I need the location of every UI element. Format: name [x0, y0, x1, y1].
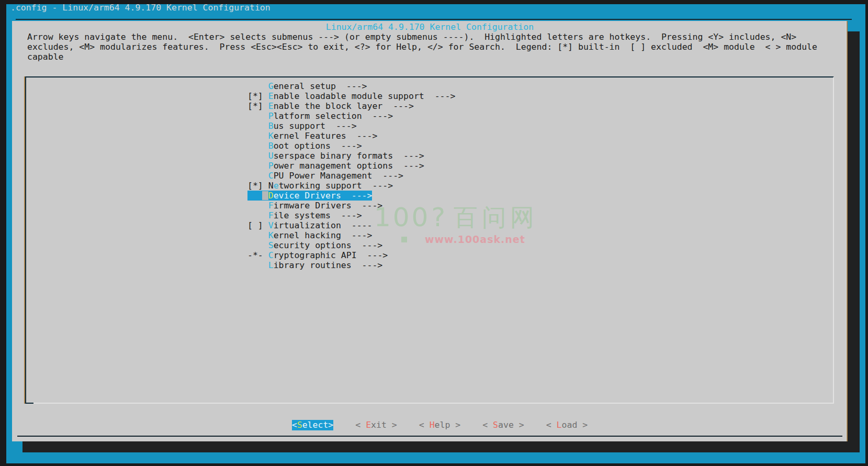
- menu-item[interactable]: File systems --->: [247, 210, 362, 220]
- menu-item-state: [*]: [247, 101, 268, 111]
- menu-item[interactable]: [ ] Virtualization ----: [247, 220, 372, 230]
- backtitle-rule: [16, 19, 852, 20]
- hotkey-letter: K: [268, 230, 274, 240]
- submenu-arrow: --->: [362, 181, 393, 191]
- submenu-arrow: --->: [357, 250, 388, 260]
- menu-item[interactable]: Bus support --->: [247, 121, 357, 131]
- instructions-line: excludes, <M> modularizes features. Pres…: [27, 42, 817, 52]
- menu-item-state: [247, 111, 268, 121]
- menu-item[interactable]: [*] Networking support --->: [247, 181, 393, 191]
- hotkey-letter: P: [268, 111, 274, 121]
- menu-item[interactable]: Platform selection --->: [247, 111, 393, 121]
- menu-item[interactable]: [*] Enable loadable module support --->: [247, 91, 455, 101]
- hotkey-letter: F: [268, 201, 274, 210]
- exit-button[interactable]: < Exit >: [355, 420, 397, 430]
- dialog-title: Linux/arm64 4.9.170 Kernel Configuration: [12, 22, 848, 32]
- hotkey-letter: B: [268, 141, 274, 151]
- menu-item[interactable]: Boot options --->: [247, 141, 362, 151]
- menu-item[interactable]: Power management options --->: [247, 161, 424, 171]
- menu-item-state: [247, 131, 268, 141]
- instructions-line: Arrow keys navigate the menu. <Enter> se…: [27, 32, 817, 42]
- hotkey-letter: L: [557, 420, 562, 430]
- menu-item[interactable]: General setup --->: [247, 81, 367, 91]
- menu-item-state: [247, 141, 268, 151]
- select-button[interactable]: <Select>: [292, 420, 333, 430]
- submenu-arrow: --->: [393, 161, 424, 171]
- submenu-arrow: --->: [346, 131, 378, 141]
- load-button[interactable]: < Load >: [546, 420, 588, 430]
- hotkey-letter: P: [268, 161, 274, 171]
- submenu-arrow: --->: [424, 91, 456, 101]
- menu-item-state: [247, 121, 268, 131]
- menu-item[interactable]: Kernel hacking --->: [247, 230, 372, 240]
- hotkey-letter: B: [268, 121, 274, 131]
- menu-item-state: [247, 161, 268, 171]
- hotkey-letter: e: [274, 181, 279, 191]
- menu-items: General setup --->[*] Enable loadable mo…: [247, 81, 455, 270]
- menu-item[interactable]: Library routines --->: [247, 260, 382, 270]
- menu-item-state: [247, 240, 268, 250]
- hotkey-letter: U: [268, 151, 274, 161]
- submenu-arrow: --->: [341, 230, 373, 240]
- hotkey-letter: V: [268, 220, 274, 230]
- dialog-bottom-rule: [17, 436, 842, 437]
- instructions-line: capable: [27, 52, 817, 62]
- menu-item-state: [247, 81, 268, 91]
- menu-item-state: [247, 210, 268, 220]
- menu-item-state: [247, 171, 268, 181]
- menu-item[interactable]: CPU Power Management --->: [247, 171, 403, 181]
- submenu-arrow: --->: [341, 191, 373, 201]
- instructions: Arrow keys navigate the menu. <Enter> se…: [27, 32, 817, 62]
- submenu-arrow: ----: [341, 220, 373, 230]
- hotkey-letter: C: [268, 250, 274, 260]
- hotkey-letter: E: [268, 91, 274, 101]
- submenu-arrow: --->: [331, 141, 362, 151]
- save-button[interactable]: < Save >: [482, 420, 524, 430]
- cursor-block: [262, 191, 268, 200]
- menu-item[interactable]: Firmware Drivers --->: [247, 201, 382, 210]
- menu-item-state: -*-: [247, 250, 268, 260]
- menu-item[interactable]: [*] Enable the block layer --->: [247, 101, 414, 111]
- hotkey-letter: G: [268, 81, 274, 91]
- submenu-arrow: --->: [352, 240, 383, 250]
- submenu-arrow: --->: [382, 101, 414, 111]
- menu-item[interactable]: Userspace binary formats --->: [247, 151, 424, 161]
- submenu-arrow: --->: [393, 151, 424, 161]
- submenu-arrow: --->: [331, 210, 362, 220]
- submenu-arrow: --->: [336, 81, 367, 91]
- menu-item-state: [*]: [247, 91, 268, 101]
- submenu-arrow: --->: [325, 121, 357, 131]
- help-button[interactable]: < Help >: [419, 420, 460, 430]
- menu-item-state: [247, 230, 268, 240]
- backtitle: .config - Linux/arm64 4.9.170 Kernel Con…: [10, 2, 270, 14]
- menu-item-state: [247, 260, 268, 270]
- submenu-arrow: --->: [372, 171, 403, 181]
- button-row: <Select>< Exit >< Help >< Save >< Load >: [12, 420, 848, 430]
- submenu-arrow: --->: [352, 260, 383, 270]
- dialog-right-edge: [847, 21, 848, 441]
- hotkey-letter: H: [430, 420, 435, 430]
- hotkey-letter: K: [268, 131, 274, 141]
- hotkey-letter: E: [366, 420, 371, 430]
- hotkey-letter: F: [268, 210, 274, 220]
- menu-item[interactable]: Security options --->: [247, 240, 382, 250]
- menu-item[interactable]: Device Drivers --->: [247, 191, 372, 201]
- hotkey-letter: L: [268, 260, 274, 270]
- hotkey-letter: S: [268, 240, 274, 250]
- menu-item[interactable]: -*- Cryptographic API --->: [247, 250, 388, 260]
- hotkey-letter: S: [297, 420, 302, 430]
- menu-item-state: [ ]: [247, 220, 268, 230]
- submenu-arrow: --->: [362, 111, 393, 121]
- screen: .config - Linux/arm64 4.9.170 Kernel Con…: [0, 0, 868, 466]
- menu-item-state: [*]: [247, 181, 268, 191]
- hotkey-letter: D: [268, 191, 274, 201]
- menu-item[interactable]: Kernel Features --->: [247, 131, 377, 141]
- main-dialog: Linux/arm64 4.9.170 Kernel Configuration…: [12, 21, 848, 441]
- hotkey-letter: C: [268, 171, 274, 181]
- hotkey-letter: E: [268, 101, 274, 111]
- hotkey-letter: S: [493, 420, 498, 430]
- submenu-arrow: --->: [352, 201, 383, 210]
- menu-item-state: [247, 151, 268, 161]
- menu-item-state: [247, 201, 268, 210]
